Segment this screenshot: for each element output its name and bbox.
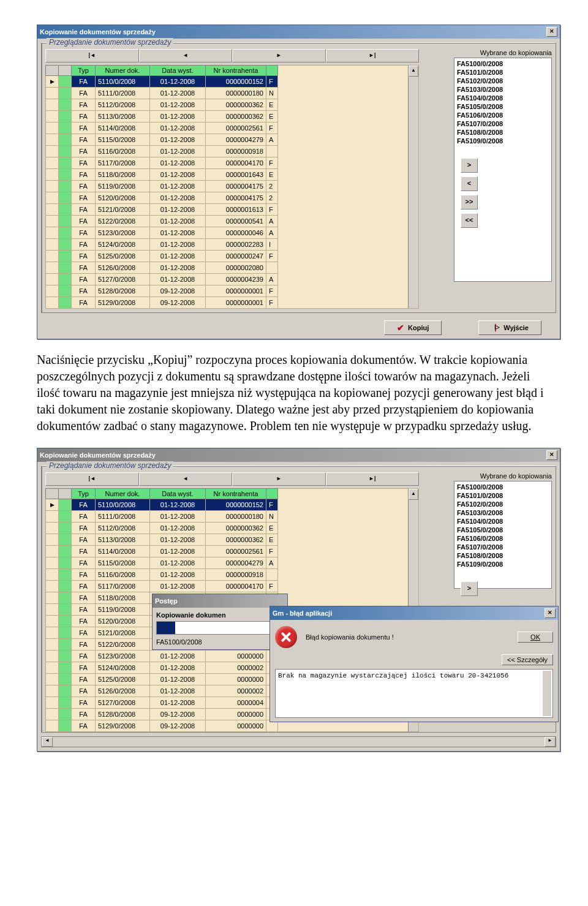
table-row[interactable]: FA5113/0/200801-12-20080000000362E [46,111,278,123]
nav-next-button[interactable]: ► [232,49,326,62]
table-row[interactable]: FA5111/0/200801-12-20080000000180N [46,88,278,99]
table-row[interactable]: FA5114/0/200801-12-20080000002561F [46,546,278,557]
copy-button[interactable]: ✔ Kopiuj [384,320,442,335]
nav-prev-button[interactable]: ◄ [139,472,233,486]
ok-button[interactable]: OK [518,632,553,643]
list-item[interactable]: FA5108/0/2008 [457,128,549,137]
table-row[interactable]: FA5127/0/200801-12-20080000004 [46,697,278,709]
col-date[interactable]: Data wyst. [150,66,206,76]
table-row[interactable]: FA5120/0/200801-12-200800000041752 [46,192,278,204]
list-item[interactable]: FA5103/0/2008 [457,85,549,94]
details-button[interactable]: << Szczegóły [502,654,553,665]
vertical-scrollbar[interactable]: ▲ [408,66,418,308]
table-row[interactable]: FA5111/0/200801-12-20080000000180N [46,511,278,523]
list-item[interactable]: FA5102/0/2008 [457,500,549,508]
selected-listbox[interactable]: FA5100/0/2008FA5101/0/2008FA5102/0/2008F… [454,481,552,589]
col-num[interactable]: Numer dok. [96,66,150,76]
documents-table[interactable]: Typ Numer dok. Data wyst. Nr kontrahenta… [45,65,278,309]
table-row[interactable]: FA5115/0/200801-12-20080000004279A [46,134,278,146]
titlebar[interactable]: Kopiowanie dokumentów sprzedaży ✕ [37,448,560,462]
titlebar[interactable]: Postęp [153,594,287,608]
table-row[interactable]: FA5123/0/200801-12-20080000000 [46,651,278,662]
memo-scrollbar[interactable] [543,671,551,716]
table-row[interactable]: FA5127/0/200801-12-20080000004239A [46,274,278,285]
nav-last-button[interactable]: ►| [326,472,420,486]
table-row[interactable]: FA5122/0/200801-12-20080000000541A [46,216,278,227]
list-item[interactable]: FA5101/0/2008 [457,68,549,77]
horizontal-scrollbar[interactable]: ◄ ► [41,736,556,747]
list-item[interactable]: FA5106/0/2008 [457,534,549,543]
table-row[interactable]: FA5128/0/200809-12-20080000000 [46,709,278,720]
scroll-right-icon[interactable]: ► [545,737,556,747]
table-row[interactable]: FA5125/0/200801-12-20080000000247F [46,251,278,262]
table-row[interactable]: FA5126/0/200801-12-20080000002 [46,685,278,697]
col-date[interactable]: Data wyst. [150,489,206,499]
list-item[interactable]: FA5109/0/2008 [457,137,549,145]
table-row[interactable]: FA5114/0/200801-12-20080000002561F [46,123,278,134]
table-row[interactable]: FA5129/0/200809-12-20080000000001F [46,297,278,309]
list-item[interactable]: FA5100/0/2008 [457,483,549,491]
list-item[interactable]: FA5101/0/2008 [457,491,549,500]
list-item[interactable]: FA5106/0/2008 [457,111,549,119]
close-icon[interactable]: ✕ [545,608,556,618]
add-all-button[interactable]: >> [461,195,478,210]
table-row[interactable]: FA5118/0/200801-12-20080000001643E [46,169,278,181]
table-row[interactable]: FA5129/0/200809-12-20080000000 [46,720,278,732]
error-title: Gm - błąd aplikacji [273,610,332,617]
table-row[interactable]: FA5117/0/200801-12-20080000004170F [46,157,278,169]
list-item[interactable]: FA5109/0/2008 [457,560,549,568]
nav-first-button[interactable]: |◄ [45,49,139,62]
scroll-left-icon[interactable]: ◄ [42,737,53,747]
nav-last-button[interactable]: ►| [326,49,420,62]
table-row[interactable]: ▶FA5110/0/200801-12-20080000000152F [46,499,278,511]
col-kontr[interactable]: Nr kontrahenta [206,66,266,76]
list-item[interactable]: FA5105/0/2008 [457,526,549,534]
col-num[interactable]: Numer dok. [96,489,150,499]
table-row[interactable]: FA5124/0/200801-12-20080000002 [46,662,278,674]
list-item[interactable]: FA5104/0/2008 [457,94,549,102]
remove-button[interactable]: < [461,176,478,191]
table-row[interactable]: FA5116/0/200801-12-20080000000918 [46,146,278,157]
list-item[interactable]: FA5100/0/2008 [457,59,549,68]
col-typ[interactable]: Typ [72,66,96,76]
list-item[interactable]: FA5107/0/2008 [457,543,549,551]
table-row[interactable]: FA5128/0/200809-12-20080000000001F [46,285,278,297]
col-kontr[interactable]: Nr kontrahenta [206,489,266,499]
list-item[interactable]: FA5103/0/2008 [457,508,549,517]
table-row[interactable]: FA5116/0/200801-12-20080000000918 [46,569,278,581]
table-row[interactable]: FA5112/0/200801-12-20080000000362E [46,99,278,111]
titlebar[interactable]: Kopiowanie dokumentów sprzedaży ✕ [37,25,560,39]
list-item[interactable]: FA5105/0/2008 [457,102,549,111]
list-item[interactable]: FA5104/0/2008 [457,517,549,526]
table-row[interactable]: ▶FA5110/0/200801-12-20080000000152F [46,76,278,88]
remove-all-button[interactable]: << [461,213,478,228]
table-row[interactable]: FA5113/0/200801-12-20080000000362E [46,534,278,546]
progress-dialog: Postęp Kopiowanie dokumen FA5100/0/2008 [152,594,288,650]
table-row[interactable]: FA5119/0/200801-12-200800000041752 [46,181,278,192]
scroll-up-icon[interactable]: ▲ [409,66,418,77]
table-row[interactable]: FA5121/0/200801-12-20080000001613F [46,204,278,216]
nav-next-button[interactable]: ► [232,472,326,486]
col-typ[interactable]: Typ [72,489,96,499]
exit-button[interactable]: Wyjście [478,320,541,335]
table-row[interactable]: FA5123/0/200801-12-20080000000046A [46,227,278,239]
error-details-memo[interactable]: Brak na magazynie wystarczającej ilości … [275,669,553,718]
table-row[interactable]: FA5124/0/200801-12-20080000002283I [46,239,278,251]
nav-prev-button[interactable]: ◄ [139,49,233,62]
list-item[interactable]: FA5108/0/2008 [457,551,549,560]
close-icon[interactable]: ✕ [546,27,557,37]
table-row[interactable]: FA5115/0/200801-12-20080000004279A [46,557,278,569]
add-button[interactable]: > [461,158,478,173]
scroll-up-icon[interactable]: ▲ [409,489,418,500]
list-item[interactable]: FA5107/0/2008 [457,119,549,128]
close-icon[interactable]: ✕ [546,450,557,460]
table-row[interactable]: FA5125/0/200801-12-20080000000 [46,674,278,685]
group-legend: Przeglądanie dokumentów sprzedaży [47,461,173,470]
table-row[interactable]: FA5126/0/200801-12-20080000002080 [46,262,278,274]
add-button[interactable]: > [461,581,478,596]
nav-first-button[interactable]: |◄ [45,472,139,486]
table-row[interactable]: FA5117/0/200801-12-20080000004170F [46,581,278,592]
table-row[interactable]: FA5112/0/200801-12-20080000000362E [46,523,278,534]
titlebar[interactable]: Gm - błąd aplikacji ✕ [270,606,558,620]
list-item[interactable]: FA5102/0/2008 [457,77,549,85]
